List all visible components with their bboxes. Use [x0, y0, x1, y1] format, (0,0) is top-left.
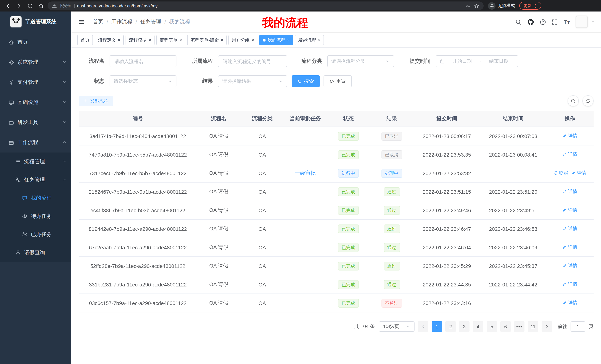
help-icon[interactable] [540, 19, 546, 25]
parent-process-input[interactable] [218, 55, 287, 67]
detail-link[interactable]: 详情 [562, 226, 577, 232]
tab-7[interactable]: 发起流程× [295, 35, 324, 45]
breadcrumb-item-home[interactable]: 首页 [93, 19, 103, 25]
sidebar-item-0[interactable]: 首页 [0, 32, 71, 52]
parent-process-field[interactable] [222, 58, 283, 64]
close-icon[interactable]: × [251, 38, 254, 42]
home-button[interactable] [36, 1, 46, 10]
cell-category: OA [241, 201, 284, 220]
security-indicator[interactable]: 不安全 [52, 3, 71, 9]
page-button-11[interactable]: 11 [528, 321, 538, 332]
sidebar-item-6[interactable]: 流程管理 [0, 153, 71, 171]
page-button-2[interactable]: 2 [445, 321, 456, 332]
detail-link[interactable]: 详情 [562, 244, 577, 250]
close-icon[interactable]: × [287, 38, 290, 42]
sidebar-item-3[interactable]: 基础设施 [0, 92, 71, 112]
page-button-3[interactable]: 3 [459, 321, 470, 332]
sidebar-item-7[interactable]: 任务管理 [0, 171, 71, 189]
browser-update-button[interactable]: 更新 [519, 2, 541, 10]
detail-link[interactable]: 详情 [562, 133, 577, 139]
tab-3[interactable]: 流程表单× [156, 35, 185, 45]
avatar[interactable] [576, 16, 588, 28]
sidebar-item-5[interactable]: 工作流程 [0, 133, 71, 153]
page-button-4[interactable]: 4 [473, 321, 483, 332]
sidebar-item-10[interactable]: 已办任务 [0, 225, 71, 243]
tab-4[interactable]: 流程表单-编辑× [187, 35, 227, 45]
reset-button[interactable]: 重置 [323, 75, 352, 87]
cell-process-name: OA 请假 [197, 145, 241, 164]
process-name-field[interactable] [114, 58, 172, 64]
font-size-icon[interactable]: TT [563, 19, 570, 25]
sidebar-item-2[interactable]: 支付管理 [0, 72, 71, 92]
toggle-search-button[interactable] [568, 95, 579, 106]
detail-link[interactable]: 详情 [562, 207, 577, 213]
password-key-icon[interactable] [465, 3, 470, 8]
chevron-up-icon [62, 140, 67, 144]
browser-menu-icon[interactable] [533, 3, 538, 8]
search-button[interactable]: 搜索 [291, 75, 320, 87]
back-button[interactable] [3, 1, 13, 10]
close-icon[interactable]: × [221, 38, 223, 42]
page-ellipsis[interactable]: ••• [514, 321, 524, 332]
category-select[interactable]: 请选择流程分类 [327, 55, 394, 67]
reload-button[interactable] [25, 1, 35, 10]
sidebar-item-9[interactable]: 待办任务 [0, 207, 71, 225]
github-icon[interactable] [527, 18, 534, 25]
chevron-down-icon [386, 59, 390, 63]
refresh-table-button[interactable] [582, 95, 594, 106]
sidebar-toggle-button[interactable] [77, 18, 86, 26]
next-page-button[interactable] [541, 321, 552, 332]
result-select[interactable]: 请选择流结果 [218, 75, 287, 87]
page-button-5[interactable]: 5 [487, 321, 497, 332]
page-button-1[interactable]: 1 [432, 321, 442, 332]
tab-2[interactable]: 流程模型× [126, 35, 155, 45]
breadcrumb-item-task[interactable]: 任务管理 [140, 19, 161, 25]
table-toolbar: 发起流程 [79, 95, 594, 106]
breadcrumb-item-workflow[interactable]: 工作流程 [111, 19, 132, 25]
result-badge: 处理中 [381, 169, 402, 178]
prev-page-button[interactable] [418, 321, 428, 332]
tab-1[interactable]: 流程定义× [95, 35, 124, 45]
date-end-placeholder[interactable]: 结束日期 [483, 58, 514, 65]
detail-link[interactable]: 详情 [562, 263, 577, 269]
process-name-input[interactable] [110, 55, 176, 67]
close-icon[interactable]: × [149, 38, 151, 42]
close-icon[interactable]: × [318, 38, 321, 42]
date-start-placeholder[interactable]: 开始日期 [447, 58, 478, 65]
close-icon[interactable]: × [118, 38, 120, 42]
status-select[interactable]: 请选择状态 [110, 75, 176, 87]
tab-0[interactable]: 首页 [77, 35, 93, 45]
cell-current-task [284, 201, 327, 220]
detail-link[interactable]: 详情 [562, 300, 577, 306]
tab-5[interactable]: 用户分组× [229, 35, 257, 45]
chevron-down-icon[interactable] [591, 20, 595, 24]
sidebar-item-8[interactable]: 我的流程 [0, 189, 71, 207]
cell-id: 7470a810-7b9b-11ec-b5b7-acde48001122 [79, 145, 197, 164]
app-logo[interactable]: 芋道管理系统 [0, 11, 71, 32]
sidebar-item-label: 任务管理 [24, 176, 45, 183]
close-icon[interactable]: × [180, 38, 182, 42]
detail-link[interactable]: 详情 [571, 170, 586, 176]
tab-6[interactable]: 我的流程× [259, 35, 293, 45]
detail-link[interactable]: 详情 [562, 189, 577, 195]
filter-form-row-2: 状态 请选择状态 结果 请选择流结果 [79, 75, 594, 87]
bookmark-star-icon[interactable] [474, 3, 479, 8]
fullscreen-icon[interactable] [551, 19, 558, 25]
detail-link[interactable]: 详情 [562, 281, 577, 287]
sidebar-item-4[interactable]: 研发工具 [0, 112, 71, 133]
cancel-link[interactable]: 取消 [553, 170, 568, 176]
goto-page-input[interactable] [571, 321, 585, 332]
home-icon [8, 39, 14, 45]
forward-button[interactable] [14, 1, 24, 10]
cell-process-name: OA 请假 [197, 275, 241, 294]
start-process-button[interactable]: 发起流程 [79, 96, 113, 106]
search-icon[interactable] [515, 19, 521, 25]
page-button-6[interactable]: 6 [500, 321, 511, 332]
detail-link[interactable]: 详情 [562, 151, 577, 158]
task-link[interactable]: 一级审批 [295, 170, 316, 176]
address-bar[interactable]: 不安全 dashboard.yudao.iocoder.cn/bpm/task/… [48, 1, 484, 10]
page-size-select[interactable]: 10条/页 [379, 321, 415, 332]
sidebar-item-11[interactable]: 请假查询 [0, 243, 71, 262]
submit-time-range-picker[interactable]: 开始日期 - 结束日期 [436, 55, 518, 67]
sidebar-item-1[interactable]: 系统管理 [0, 52, 71, 72]
